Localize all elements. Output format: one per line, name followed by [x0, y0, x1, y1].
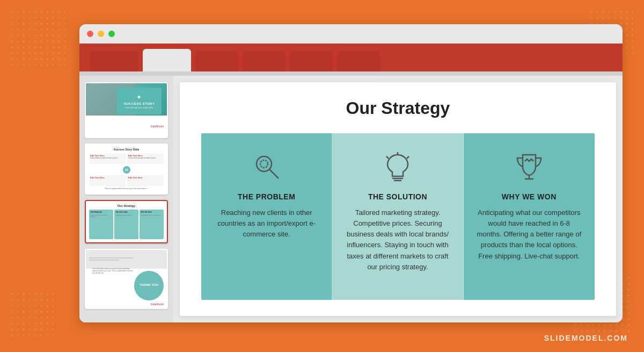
watermark: SLIDEMODEL.COM	[544, 334, 628, 342]
tab-5[interactable]	[290, 51, 333, 71]
thumb3-col-2: THE SOLUTION Tailored marketing strategy…	[114, 210, 138, 239]
maximize-button[interactable]	[108, 31, 115, 37]
svg-rect-1	[11, 11, 70, 70]
slide-panel: ✦ SUCCESS STORY PRESENTATION TEMPLATE Sl…	[79, 76, 173, 322]
tab-4[interactable]	[243, 51, 286, 71]
search-icon	[250, 149, 284, 184]
thumb3-col-3: WHY WE WON Anticipating what our competi…	[140, 210, 164, 239]
thumb2-box-4: Edit Text Here ...	[127, 175, 164, 186]
strategy-col-why-won: WHY WE WON Anticipating what our competi…	[464, 133, 595, 300]
problem-heading: THE PROBLEM	[238, 192, 295, 201]
thumb2-text: This is a placeholder text and you can c…	[89, 188, 164, 190]
thumb3-title: Our Strategy	[89, 204, 164, 207]
slide-title: Our Strategy	[346, 98, 450, 118]
thumb3-col-1: THE PROBLEM Reaching new clients in othe…	[89, 210, 113, 239]
strategy-grid: THE PROBLEM Reaching new clients in othe…	[201, 133, 595, 300]
svg-point-10	[260, 160, 268, 168]
thumb1-subtitle: PRESENTATION TEMPLATE	[125, 106, 153, 109]
solution-text: Tailored marketing strategy. Competitive…	[345, 207, 450, 272]
thumb1-logo: SlideModel	[150, 125, 164, 128]
thumbnail-1[interactable]: ✦ SUCCESS STORY PRESENTATION TEMPLATE Sl…	[85, 82, 168, 138]
tab-1[interactable]	[90, 51, 138, 71]
problem-text: Reaching new clients in other countries …	[214, 207, 319, 240]
thumb1-title: SUCCESS STORY	[124, 102, 155, 105]
tab-2-active[interactable]	[143, 49, 191, 71]
thumbnail-3[interactable]: Our Strategy THE PROBLEM Reaching new cl…	[85, 200, 168, 243]
browser-content: ✦ SUCCESS STORY PRESENTATION TEMPLATE Sl…	[79, 76, 623, 322]
svg-line-9	[269, 169, 279, 178]
browser-window: ✦ SUCCESS STORY PRESENTATION TEMPLATE Sl…	[79, 24, 623, 322]
thumbnail-2[interactable]: Success Story Slide Edit Text Here This …	[85, 143, 168, 195]
strategy-col-solution: THE SOLUTION Tailored marketing strategy…	[332, 133, 463, 300]
tab-bar-strip	[79, 71, 623, 76]
svg-rect-7	[11, 293, 54, 336]
thumb2-box-2: Edit Text Here This is where you get to …	[127, 153, 164, 164]
svg-line-15	[407, 156, 409, 159]
lightbulb-icon	[380, 149, 415, 184]
svg-line-14	[386, 156, 389, 159]
thumb4-bottom-text: This is the place where you need to writ…	[92, 268, 134, 275]
tab-3[interactable]	[195, 51, 238, 71]
browser-toolbar	[79, 44, 623, 71]
strategy-col-problem: THE PROBLEM Reaching new clients in othe…	[201, 133, 332, 300]
why-won-heading: WHY WE WON	[502, 192, 557, 201]
close-button[interactable]	[87, 31, 93, 37]
thumbnail-4[interactable]: This is the place where you need to writ…	[85, 249, 168, 309]
thumb2-box-3: Edit Text Here ...	[89, 175, 126, 186]
svg-point-8	[257, 156, 272, 171]
minimize-button[interactable]	[98, 31, 104, 37]
main-slide: Our Strategy THE PROBLEM Reaching new cl…	[180, 82, 616, 316]
thumb2-header: Success Story Slide	[89, 148, 164, 151]
tab-6[interactable]	[337, 51, 380, 71]
trophy-icon	[512, 149, 546, 184]
solution-heading: THE SOLUTION	[368, 192, 427, 201]
why-won-text: Anticipating what our competitors would …	[477, 207, 582, 262]
thumb2-box-1: Edit Text Here This is where you get to …	[89, 153, 126, 164]
thumb2-circle: 1S	[123, 166, 130, 174]
thumb4-thanks: THANK YOU	[140, 283, 159, 287]
browser-titlebar	[79, 24, 623, 44]
thumb4-logo: SlideModel	[86, 303, 167, 308]
